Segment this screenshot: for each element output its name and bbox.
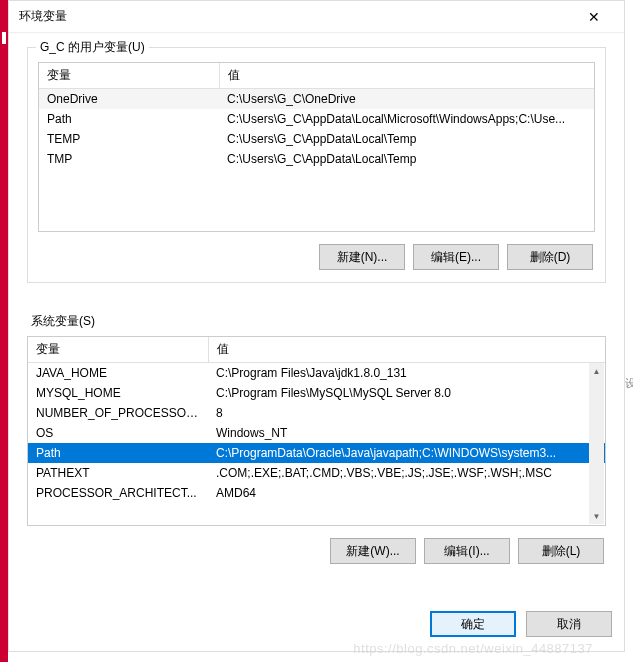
sys-delete-button[interactable]: 删除(L) (518, 538, 604, 564)
scroll-up-icon[interactable]: ▲ (589, 363, 604, 379)
cell-val: C:\Users\G_C\AppData\Local\Temp (219, 129, 594, 149)
scroll-down-icon[interactable]: ▼ (589, 508, 604, 524)
cell-var: JAVA_HOME (28, 363, 208, 384)
system-vars-buttons: 新建(W)... 编辑(I)... 删除(L) (27, 526, 606, 566)
cell-val: C:\Users\G_C\OneDrive (219, 89, 594, 110)
table-row[interactable]: TEMPC:\Users\G_C\AppData\Local\Temp (39, 129, 594, 149)
window-left-edge (0, 0, 8, 662)
env-vars-dialog: 环境变量 ✕ G_C 的用户变量(U) 变量 值 OneDriveC:\User… (8, 0, 625, 652)
cell-var: TEMP (39, 129, 219, 149)
cell-var: OS (28, 423, 208, 443)
system-scrollbar[interactable]: ▲ ▼ (589, 363, 604, 524)
cell-val: Windows_NT (208, 423, 605, 443)
user-delete-button[interactable]: 删除(D) (507, 244, 593, 270)
cell-var: PROCESSOR_ARCHITECT... (28, 483, 208, 503)
table-row[interactable]: PROCESSOR_ARCHITECT...AMD64 (28, 483, 605, 503)
cell-val: 8 (208, 403, 605, 423)
user-col-val[interactable]: 值 (219, 63, 594, 89)
cell-val: C:\Users\G_C\AppData\Local\Microsoft\Win… (219, 109, 594, 129)
table-row[interactable]: PathC:\Users\G_C\AppData\Local\Microsoft… (39, 109, 594, 129)
close-icon: ✕ (588, 9, 600, 25)
table-row[interactable]: TMPC:\Users\G_C\AppData\Local\Temp (39, 149, 594, 169)
user-vars-buttons: 新建(N)... 编辑(E)... 删除(D) (38, 232, 595, 272)
cancel-button[interactable]: 取消 (526, 611, 612, 637)
user-col-var[interactable]: 变量 (39, 63, 219, 89)
table-row[interactable]: NUMBER_OF_PROCESSORS8 (28, 403, 605, 423)
cell-var: PATHEXT (28, 463, 208, 483)
user-new-button[interactable]: 新建(N)... (319, 244, 405, 270)
system-vars-table: 变量 值 JAVA_HOMEC:\Program Files\Java\jdk1… (28, 337, 605, 503)
dialog-content: G_C 的用户变量(U) 变量 值 OneDriveC:\Users\G_C\O… (9, 33, 624, 603)
sys-new-button[interactable]: 新建(W)... (330, 538, 416, 564)
user-edit-button[interactable]: 编辑(E)... (413, 244, 499, 270)
system-vars-table-wrap[interactable]: 变量 值 JAVA_HOMEC:\Program Files\Java\jdk1… (27, 336, 606, 526)
cell-var: MYSQL_HOME (28, 383, 208, 403)
user-vars-label: G_C 的用户变量(U) (36, 39, 149, 56)
table-row[interactable]: OneDriveC:\Users\G_C\OneDrive (39, 89, 594, 110)
watermark: https://blog.csdn.net/weixin_44887137 (353, 641, 593, 656)
cell-val: C:\ProgramData\Oracle\Java\javapath;C:\W… (208, 443, 605, 463)
cell-val: C:\Program Files\Java\jdk1.8.0_131 (208, 363, 605, 384)
user-vars-group: G_C 的用户变量(U) 变量 值 OneDriveC:\Users\G_C\O… (27, 47, 606, 283)
sys-col-val[interactable]: 值 (208, 337, 605, 363)
cell-val: .COM;.EXE;.BAT;.CMD;.VBS;.VBE;.JS;.JSE;.… (208, 463, 605, 483)
cell-val: C:\Users\G_C\AppData\Local\Temp (219, 149, 594, 169)
dialog-title: 环境变量 (19, 8, 574, 25)
ok-button[interactable]: 确定 (430, 611, 516, 637)
table-row[interactable]: PATHEXT.COM;.EXE;.BAT;.CMD;.VBS;.VBE;.JS… (28, 463, 605, 483)
sys-col-var[interactable]: 变量 (28, 337, 208, 363)
cell-var: NUMBER_OF_PROCESSORS (28, 403, 208, 423)
table-row[interactable]: JAVA_HOMEC:\Program Files\Java\jdk1.8.0_… (28, 363, 605, 384)
system-vars-label: 系统变量(S) (27, 313, 606, 336)
close-button[interactable]: ✕ (574, 3, 614, 31)
cell-var: Path (28, 443, 208, 463)
window-right-edge: 设 (625, 96, 633, 496)
cell-var: OneDrive (39, 89, 219, 110)
user-vars-table: 变量 值 OneDriveC:\Users\G_C\OneDrivePathC:… (39, 63, 594, 169)
user-vars-table-wrap[interactable]: 变量 值 OneDriveC:\Users\G_C\OneDrivePathC:… (38, 62, 595, 232)
cell-var: TMP (39, 149, 219, 169)
system-vars-section: 系统变量(S) 变量 值 JAVA_HOMEC:\Program Files\J… (27, 313, 606, 566)
titlebar: 环境变量 ✕ (9, 1, 624, 33)
cell-val: C:\Program Files\MySQL\MySQL Server 8.0 (208, 383, 605, 403)
sys-edit-button[interactable]: 编辑(I)... (424, 538, 510, 564)
cell-val: AMD64 (208, 483, 605, 503)
table-row[interactable]: MYSQL_HOMEC:\Program Files\MySQL\MySQL S… (28, 383, 605, 403)
table-row[interactable]: OSWindows_NT (28, 423, 605, 443)
cell-var: Path (39, 109, 219, 129)
table-row[interactable]: PathC:\ProgramData\Oracle\Java\javapath;… (28, 443, 605, 463)
